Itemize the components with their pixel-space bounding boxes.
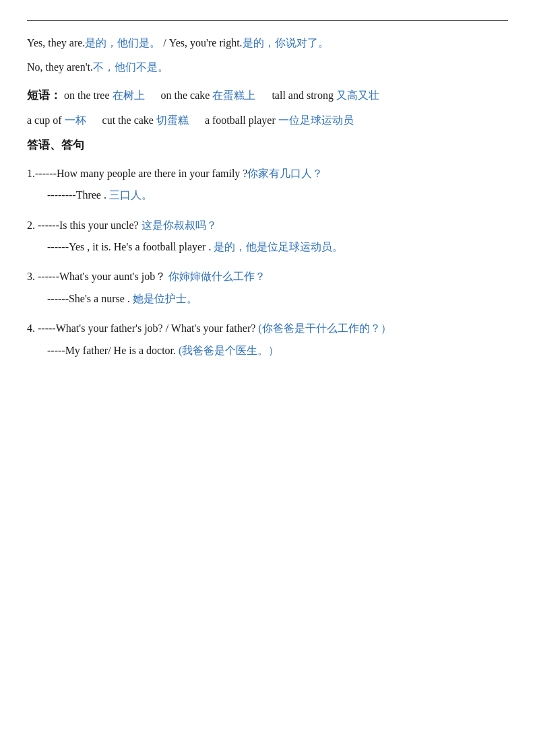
- qa-2-a-cn: 是的，他是位足球运动员。: [211, 241, 343, 252]
- qa-2-q-cn: 这是你叔叔吗？: [139, 219, 217, 231]
- top-divider: [27, 20, 508, 21]
- qa-4-question: 4. -----What's your father's job? / What…: [27, 318, 508, 339]
- phrase-en-tall-and-strong: tall and strong: [272, 85, 334, 106]
- qa-1-q-cn: 你家有几口人？: [247, 168, 323, 179]
- phrase-cut-the-cake: cut the cake 切蛋糕: [102, 110, 189, 131]
- qa-4-answer: -----My father/ He is a doctor. (我爸爸是个医生…: [47, 341, 508, 361]
- qa-2-num: 2. ------Is this your uncle?: [27, 219, 139, 231]
- qa-3-num: 3. ------What's your aunt's job？: [27, 271, 166, 282]
- qa-3-a-en: ------She's a nurse .: [47, 293, 130, 304]
- phrase-a-football-player: a football player 一位足球运动员: [205, 110, 354, 131]
- qa-2-question: 2. ------Is this your uncle? 这是你叔叔吗？: [27, 215, 508, 236]
- qa-1-answer: --------Three . 三口人。: [47, 185, 508, 205]
- qa-4-q-cn: (你爸爸是干什么工作的？）: [255, 322, 391, 334]
- en-no-they-arent: No, they aren't.: [27, 61, 93, 73]
- phrase-en-on-the-cake: on the cake: [161, 85, 210, 106]
- phrase-cn-a-football-player: 一位足球运动员: [278, 110, 354, 131]
- qa-2-answer: ------Yes , it is. He's a football playe…: [47, 237, 508, 257]
- line-no-they-arent: No, they aren't.不，他们不是。: [27, 57, 508, 77]
- qa-item-1: 1.------How many people are there in you…: [27, 164, 508, 206]
- qa-3-question: 3. ------What's your aunt's job？ 你婶婶做什么工…: [27, 267, 508, 287]
- yes-lines-section: Yes, they are.是的，他们是。 / Yes, you're righ…: [27, 33, 508, 78]
- en-yes-youre-right: / Yes, you're right.: [160, 37, 242, 48]
- phrases-section-2: a cup of 一杯 cut the cake 切蛋糕 a football …: [27, 110, 508, 131]
- phrase-cn-on-the-cake: 在蛋糕上: [212, 85, 255, 106]
- phrase-cn-a-cup-of: 一杯: [65, 110, 86, 131]
- qa-3-q-cn: 你婶婶做什么工作？: [166, 271, 265, 282]
- qa-label-section: 答语、答句: [27, 135, 508, 156]
- phrase-tall-and-strong: tall and strong 又高又壮: [272, 85, 379, 106]
- qa-label: 答语、答句: [27, 139, 84, 151]
- qa-1-a-cn: 三口人。: [106, 189, 152, 201]
- qa-1-a-en: --------Three .: [47, 189, 106, 201]
- qa-4-a-en: -----My father/ He is a doctor.: [47, 345, 176, 356]
- qa-item-3: 3. ------What's your aunt's job？ 你婶婶做什么工…: [27, 267, 508, 309]
- phrase-en-a-cup-of: a cup of: [27, 110, 62, 131]
- cn-yes-they-are: 是的，他们是。: [85, 37, 160, 48]
- phrase-cn-on-the-tree: 在树上: [113, 85, 145, 106]
- line-yes-they-are: Yes, they are.是的，他们是。 / Yes, you're righ…: [27, 33, 508, 53]
- qa-1-question: 1.------How many people are there in you…: [27, 164, 508, 184]
- qa-4-num: 4. -----What's your father's job? / What…: [27, 322, 255, 334]
- phrases-section: 短语： on the tree 在树上 on the cake 在蛋糕上 tal…: [27, 85, 508, 106]
- qa-item-2: 2. ------Is this your uncle? 这是你叔叔吗？ ---…: [27, 215, 508, 258]
- cn-yes-youre-right: 是的，你说对了。: [243, 37, 329, 48]
- qa-item-4: 4. -----What's your father's job? / What…: [27, 318, 508, 361]
- phrase-a-cup-of: a cup of 一杯: [27, 110, 86, 131]
- phrase-on-the-tree: on the tree 在树上: [64, 85, 145, 106]
- phrase-cn-cut-the-cake: 切蛋糕: [156, 110, 189, 131]
- qa-2-a-en: ------Yes , it is. He's a football playe…: [47, 241, 211, 252]
- phrase-en-cut-the-cake: cut the cake: [102, 110, 154, 131]
- qa-section: 1.------How many people are there in you…: [27, 164, 508, 361]
- phrase-en-on-the-tree: on the tree: [64, 85, 110, 106]
- qa-1-num: 1.------How many people are there in you…: [27, 168, 247, 179]
- phrase-label: 短语：: [27, 85, 61, 106]
- qa-3-answer: ------She's a nurse . 她是位护士。: [47, 289, 508, 309]
- en-yes-they-are: Yes, they are.: [27, 37, 85, 48]
- qa-4-a-cn: (我爸爸是个医生。）: [176, 345, 279, 356]
- cn-no-they-arent: 不，他们不是。: [93, 61, 168, 73]
- phrase-cn-tall-and-strong: 又高又壮: [336, 85, 379, 106]
- qa-3-a-cn: 她是位护士。: [130, 293, 197, 304]
- phrase-en-a-football-player: a football player: [205, 110, 276, 131]
- phrase-on-the-cake: on the cake 在蛋糕上: [161, 85, 256, 106]
